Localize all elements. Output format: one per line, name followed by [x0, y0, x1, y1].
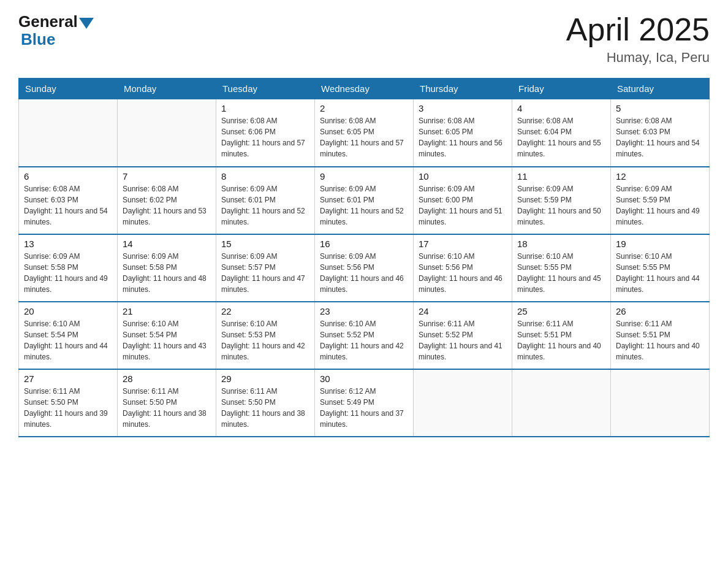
calendar-cell: 25Sunrise: 6:11 AMSunset: 5:51 PMDayligh…	[512, 302, 611, 369]
calendar-cell: 21Sunrise: 6:10 AMSunset: 5:54 PMDayligh…	[118, 302, 216, 369]
logo-general: General	[18, 12, 78, 31]
calendar-cell: 28Sunrise: 6:11 AMSunset: 5:50 PMDayligh…	[118, 369, 216, 437]
sun-info: Sunrise: 6:09 AMSunset: 6:00 PMDaylight:…	[419, 183, 507, 228]
calendar-body: 1Sunrise: 6:08 AMSunset: 6:06 PMDaylight…	[19, 99, 710, 437]
page-header: General Blue April 2025 Humay, Ica, Peru	[18, 12, 710, 66]
week-row-2: 13Sunrise: 6:09 AMSunset: 5:58 PMDayligh…	[19, 234, 710, 302]
header-cell-thursday: Thursday	[414, 79, 512, 99]
calendar-cell	[118, 99, 216, 167]
sun-info: Sunrise: 6:10 AMSunset: 5:55 PMDaylight:…	[616, 251, 704, 295]
calendar-cell: 26Sunrise: 6:11 AMSunset: 5:51 PMDayligh…	[611, 302, 710, 369]
calendar-cell: 9Sunrise: 6:09 AMSunset: 6:01 PMDaylight…	[315, 167, 414, 234]
sun-info: Sunrise: 6:08 AMSunset: 6:05 PMDaylight:…	[320, 115, 408, 159]
calendar-cell: 22Sunrise: 6:10 AMSunset: 5:53 PMDayligh…	[216, 302, 315, 369]
calendar-cell: 7Sunrise: 6:08 AMSunset: 6:02 PMDaylight…	[118, 167, 216, 234]
day-number: 30	[320, 373, 408, 384]
sun-info: Sunrise: 6:10 AMSunset: 5:52 PMDaylight:…	[320, 318, 408, 362]
calendar-cell: 12Sunrise: 6:09 AMSunset: 5:59 PMDayligh…	[611, 167, 710, 234]
sun-info: Sunrise: 6:12 AMSunset: 5:49 PMDaylight:…	[320, 386, 408, 430]
calendar-cell: 3Sunrise: 6:08 AMSunset: 6:05 PMDaylight…	[414, 99, 512, 167]
calendar-table: SundayMondayTuesdayWednesdayThursdayFrid…	[18, 78, 710, 437]
day-number: 21	[123, 306, 211, 316]
calendar-cell: 8Sunrise: 6:09 AMSunset: 6:01 PMDaylight…	[216, 167, 315, 234]
week-row-1: 6Sunrise: 6:08 AMSunset: 6:03 PMDaylight…	[19, 167, 710, 234]
day-number: 29	[221, 373, 309, 384]
day-number: 10	[419, 171, 507, 182]
logo-blue: Blue	[21, 30, 55, 49]
page-title: April 2025	[566, 12, 710, 47]
sun-info: Sunrise: 6:11 AMSunset: 5:51 PMDaylight:…	[517, 318, 605, 362]
day-number: 26	[616, 306, 704, 316]
sun-info: Sunrise: 6:08 AMSunset: 6:03 PMDaylight:…	[24, 183, 112, 228]
sun-info: Sunrise: 6:08 AMSunset: 6:04 PMDaylight:…	[517, 115, 605, 159]
sun-info: Sunrise: 6:10 AMSunset: 5:54 PMDaylight:…	[24, 318, 112, 362]
header-cell-wednesday: Wednesday	[315, 79, 414, 99]
calendar-cell: 4Sunrise: 6:08 AMSunset: 6:04 PMDaylight…	[512, 99, 611, 167]
day-number: 5	[616, 103, 704, 113]
calendar-cell: 23Sunrise: 6:10 AMSunset: 5:52 PMDayligh…	[315, 302, 414, 369]
sun-info: Sunrise: 6:11 AMSunset: 5:50 PMDaylight:…	[24, 386, 112, 430]
day-number: 18	[517, 239, 605, 249]
sun-info: Sunrise: 6:10 AMSunset: 5:55 PMDaylight:…	[517, 251, 605, 295]
day-number: 22	[221, 306, 309, 316]
day-number: 9	[320, 171, 408, 182]
day-number: 2	[320, 103, 408, 113]
calendar-cell: 13Sunrise: 6:09 AMSunset: 5:58 PMDayligh…	[19, 234, 118, 302]
calendar-cell: 10Sunrise: 6:09 AMSunset: 6:00 PMDayligh…	[414, 167, 512, 234]
header-cell-monday: Monday	[118, 79, 216, 99]
calendar-cell: 29Sunrise: 6:11 AMSunset: 5:50 PMDayligh…	[216, 369, 315, 437]
day-number: 14	[123, 239, 211, 249]
calendar-cell: 15Sunrise: 6:09 AMSunset: 5:57 PMDayligh…	[216, 234, 315, 302]
sun-info: Sunrise: 6:09 AMSunset: 5:59 PMDaylight:…	[616, 183, 704, 228]
calendar-cell: 27Sunrise: 6:11 AMSunset: 5:50 PMDayligh…	[19, 369, 118, 437]
week-row-4: 27Sunrise: 6:11 AMSunset: 5:50 PMDayligh…	[19, 369, 710, 437]
sun-info: Sunrise: 6:10 AMSunset: 5:56 PMDaylight:…	[419, 251, 507, 295]
calendar-cell: 11Sunrise: 6:09 AMSunset: 5:59 PMDayligh…	[512, 167, 611, 234]
header-cell-friday: Friday	[512, 79, 611, 99]
day-number: 12	[616, 171, 704, 182]
day-number: 23	[320, 306, 408, 316]
day-number: 24	[419, 306, 507, 316]
day-number: 6	[24, 171, 112, 182]
day-number: 28	[123, 373, 211, 384]
sun-info: Sunrise: 6:08 AMSunset: 6:02 PMDaylight:…	[123, 183, 211, 228]
sun-info: Sunrise: 6:08 AMSunset: 6:05 PMDaylight:…	[419, 115, 507, 159]
sun-info: Sunrise: 6:11 AMSunset: 5:50 PMDaylight:…	[123, 386, 211, 430]
header-cell-sunday: Sunday	[19, 79, 118, 99]
header-cell-saturday: Saturday	[611, 79, 710, 99]
sun-info: Sunrise: 6:08 AMSunset: 6:06 PMDaylight:…	[221, 115, 309, 159]
calendar-cell: 14Sunrise: 6:09 AMSunset: 5:58 PMDayligh…	[118, 234, 216, 302]
calendar-cell: 30Sunrise: 6:12 AMSunset: 5:49 PMDayligh…	[315, 369, 414, 437]
calendar-cell: 6Sunrise: 6:08 AMSunset: 6:03 PMDaylight…	[19, 167, 118, 234]
calendar-cell: 24Sunrise: 6:11 AMSunset: 5:52 PMDayligh…	[414, 302, 512, 369]
day-number: 7	[123, 171, 211, 182]
day-number: 11	[517, 171, 605, 182]
page-subtitle: Humay, Ica, Peru	[566, 50, 710, 66]
day-number: 4	[517, 103, 605, 113]
day-number: 16	[320, 239, 408, 249]
sun-info: Sunrise: 6:10 AMSunset: 5:54 PMDaylight:…	[123, 318, 211, 362]
sun-info: Sunrise: 6:09 AMSunset: 5:58 PMDaylight:…	[123, 251, 211, 295]
sun-info: Sunrise: 6:09 AMSunset: 6:01 PMDaylight:…	[221, 183, 309, 228]
week-row-3: 20Sunrise: 6:10 AMSunset: 5:54 PMDayligh…	[19, 302, 710, 369]
day-number: 20	[24, 306, 112, 316]
logo-text: General	[18, 12, 94, 31]
day-number: 15	[221, 239, 309, 249]
header-cell-tuesday: Tuesday	[216, 79, 315, 99]
day-number: 1	[221, 103, 309, 113]
sun-info: Sunrise: 6:11 AMSunset: 5:50 PMDaylight:…	[221, 386, 309, 430]
sun-info: Sunrise: 6:09 AMSunset: 5:56 PMDaylight:…	[320, 251, 408, 295]
day-number: 25	[517, 306, 605, 316]
logo: General Blue	[18, 12, 94, 49]
day-number: 3	[419, 103, 507, 113]
sun-info: Sunrise: 6:10 AMSunset: 5:53 PMDaylight:…	[221, 318, 309, 362]
sun-info: Sunrise: 6:11 AMSunset: 5:51 PMDaylight:…	[616, 318, 704, 362]
calendar-header: SundayMondayTuesdayWednesdayThursdayFrid…	[19, 79, 710, 99]
week-row-0: 1Sunrise: 6:08 AMSunset: 6:06 PMDaylight…	[19, 99, 710, 167]
sun-info: Sunrise: 6:09 AMSunset: 6:01 PMDaylight:…	[320, 183, 408, 228]
calendar-cell: 17Sunrise: 6:10 AMSunset: 5:56 PMDayligh…	[414, 234, 512, 302]
logo-arrow-icon	[79, 18, 94, 29]
day-number: 8	[221, 171, 309, 182]
calendar-cell: 19Sunrise: 6:10 AMSunset: 5:55 PMDayligh…	[611, 234, 710, 302]
calendar-cell: 20Sunrise: 6:10 AMSunset: 5:54 PMDayligh…	[19, 302, 118, 369]
